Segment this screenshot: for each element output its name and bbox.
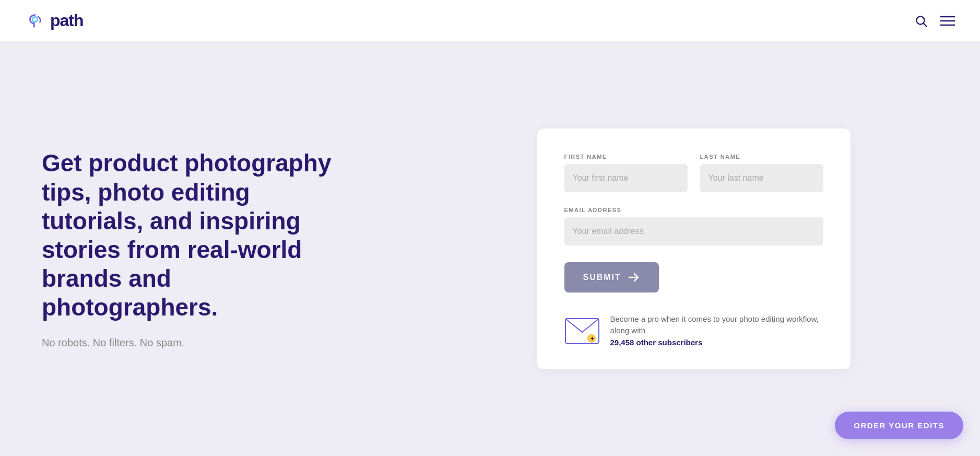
order-edits-button[interactable]: ORDER YOUR EDITS: [835, 412, 963, 439]
path-logo-icon: [25, 11, 45, 31]
email-input[interactable]: [564, 217, 823, 245]
hero-subtext: No robots. No filters. No spam.: [42, 337, 365, 349]
logo-link[interactable]: path: [25, 11, 84, 31]
header: path: [0, 0, 980, 42]
svg-text:✦: ✦: [590, 336, 595, 342]
arrow-right-icon: [629, 273, 640, 282]
main-content: Get product photography tips, photo edit…: [0, 42, 980, 456]
header-actions: [914, 14, 955, 28]
last-name-label: LAST NAME: [700, 154, 823, 160]
form-section: FIRST NAME LAST NAME EMAIL ADDRESS SUBMI…: [407, 42, 980, 456]
hero-heading: Get product photography tips, photo edit…: [42, 149, 334, 322]
subscribers-count: 29,458 other subscribers: [610, 338, 703, 347]
search-icon: [914, 14, 928, 28]
last-name-group: LAST NAME: [700, 154, 823, 192]
promo-row: ✦ Become a pro when it comes to your pho…: [564, 313, 823, 349]
logo-text: path: [50, 11, 84, 30]
submit-button[interactable]: SUBMIT: [564, 262, 659, 293]
search-button[interactable]: [914, 14, 928, 28]
promo-text: Become a pro when it comes to your photo…: [610, 313, 823, 349]
menu-button[interactable]: [940, 15, 955, 27]
email-group: EMAIL ADDRESS: [564, 207, 823, 245]
svg-line-2: [924, 23, 927, 26]
envelope-icon: ✦: [564, 318, 600, 345]
form-card: FIRST NAME LAST NAME EMAIL ADDRESS SUBMI…: [537, 128, 851, 370]
first-name-label: FIRST NAME: [564, 154, 688, 160]
last-name-input[interactable]: [700, 164, 823, 192]
email-label: EMAIL ADDRESS: [564, 207, 823, 213]
hero-section: Get product photography tips, photo edit…: [0, 42, 407, 456]
first-name-input[interactable]: [564, 164, 688, 192]
order-label: ORDER YOUR EDITS: [854, 421, 944, 430]
hamburger-icon: [940, 15, 955, 27]
svg-point-0: [32, 17, 38, 22]
submit-label: SUBMIT: [583, 273, 621, 282]
first-name-group: FIRST NAME: [564, 154, 688, 192]
name-row: FIRST NAME LAST NAME: [564, 154, 823, 192]
